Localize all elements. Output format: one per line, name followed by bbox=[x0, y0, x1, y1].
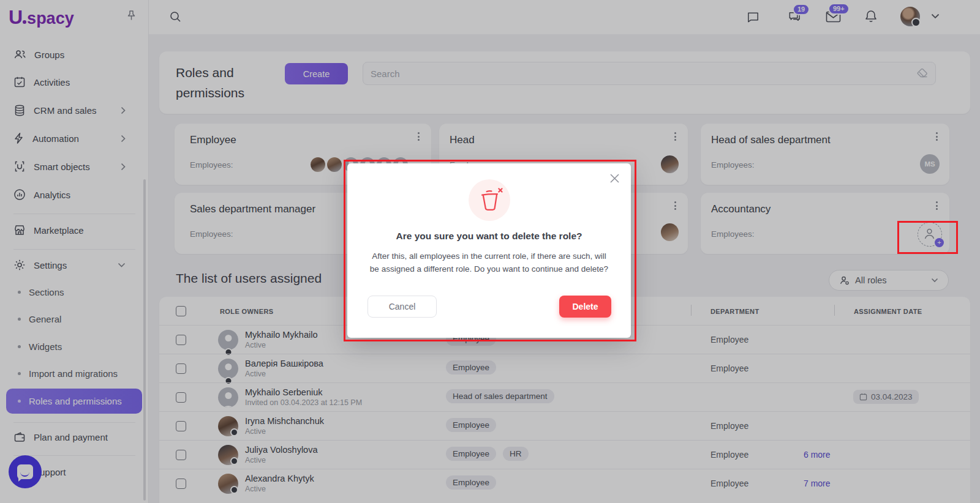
close-icon[interactable] bbox=[609, 173, 620, 184]
trash-icon bbox=[475, 187, 503, 214]
cancel-button[interactable]: Cancel bbox=[368, 296, 437, 318]
delete-illustration bbox=[469, 179, 510, 221]
modal-body-text: After this, all employees in the current… bbox=[369, 250, 609, 276]
modal-title: Are you sure you want to delete the role… bbox=[347, 231, 631, 242]
delete-role-modal: Are you sure you want to delete the role… bbox=[347, 163, 631, 338]
delete-button[interactable]: Delete bbox=[559, 296, 611, 318]
